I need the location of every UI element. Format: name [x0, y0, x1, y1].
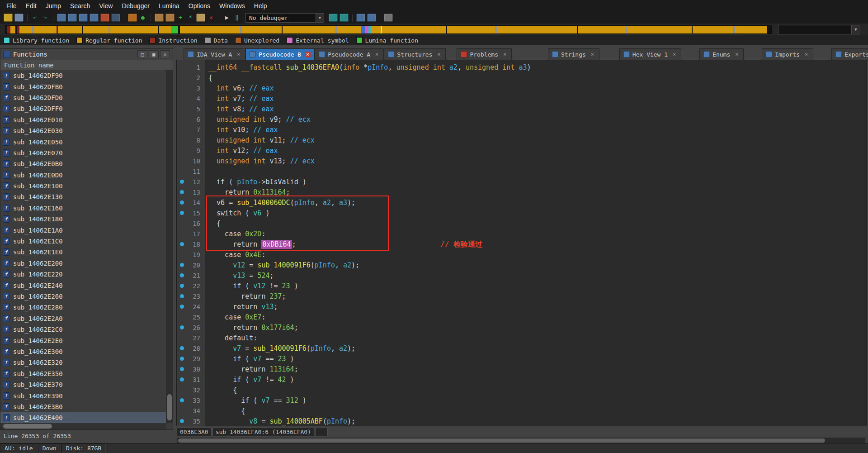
- panel-float-button[interactable]: ▣: [149, 50, 159, 58]
- code-text[interactable]: case 0x4E:: [205, 251, 265, 259]
- chevron-down-icon[interactable]: ▼: [851, 25, 860, 34]
- navband-range-combo[interactable]: ▼: [778, 25, 860, 34]
- breakpoint-dot[interactable]: [180, 263, 184, 267]
- function-row[interactable]: fsub_14062E300: [0, 346, 166, 357]
- function-row[interactable]: fsub_14062E010: [0, 114, 166, 125]
- code-text[interactable]: unsigned int v13; // ecx: [205, 157, 315, 165]
- chevron-down-icon[interactable]: ▼: [316, 14, 324, 22]
- breakpoint-dot[interactable]: [180, 273, 184, 277]
- start-debug-icon[interactable]: ▶: [223, 14, 231, 21]
- function-row[interactable]: fsub_14062E3B0: [0, 401, 166, 412]
- function-row[interactable]: fsub_14062E180: [0, 214, 166, 224]
- breakpoint-dot[interactable]: [180, 200, 184, 205]
- breakpoint-dot[interactable]: [180, 190, 184, 194]
- code-text[interactable]: case 0xE7:: [205, 313, 265, 321]
- function-row[interactable]: fsub_14062E030: [0, 125, 166, 136]
- code-text[interactable]: if ( pInfo->bIsValid ): [205, 178, 307, 186]
- function-row[interactable]: fsub_14062E1C0: [0, 236, 166, 247]
- panel-restore-button[interactable]: □: [137, 50, 147, 58]
- close-icon[interactable]: ×: [236, 52, 241, 57]
- code-text[interactable]: v12 = sub_1400091F6(pInfo, a2);: [205, 261, 359, 269]
- function-row[interactable]: fsub_14062E0D0: [0, 170, 166, 181]
- navigate-forward-icon[interactable]: →: [41, 14, 49, 21]
- breakpoint-dot[interactable]: [180, 377, 184, 381]
- code-text[interactable]: {: [205, 386, 237, 394]
- function-row[interactable]: fsub_14062E1A0: [0, 224, 166, 235]
- menu-search[interactable]: Search: [66, 0, 94, 12]
- code-text[interactable]: if ( v12 != 23 ): [205, 282, 298, 290]
- function-row[interactable]: fsub_14062E1E0: [0, 247, 166, 257]
- code-text[interactable]: if ( v7 == 312 ): [205, 396, 307, 405]
- cancel-icon[interactable]: ×: [207, 14, 215, 21]
- scripts-icon[interactable]: [384, 14, 393, 22]
- tab-enums[interactable]: Enums×: [699, 48, 744, 60]
- function-row[interactable]: fsub_14062E350: [0, 368, 166, 379]
- open-file-icon[interactable]: [4, 14, 13, 22]
- menu-edit[interactable]: Edit: [21, 0, 41, 12]
- menu-debugger[interactable]: Debugger: [117, 0, 154, 12]
- functions-vertical-scrollbar[interactable]: [166, 70, 173, 423]
- breakpoint-dot[interactable]: [180, 305, 184, 309]
- code-text[interactable]: return 0x113i64;: [205, 188, 290, 196]
- open-names-icon[interactable]: [68, 14, 77, 22]
- menu-file[interactable]: File: [2, 0, 21, 12]
- code-text[interactable]: int v8; // eax: [205, 105, 274, 113]
- code-text[interactable]: int v6; // eax: [205, 84, 274, 92]
- code-text[interactable]: {: [205, 74, 212, 82]
- tab-exports[interactable]: Exports×: [831, 48, 868, 60]
- code-text[interactable]: switch ( v6 ): [205, 209, 269, 217]
- code-text[interactable]: int v7; // eax: [205, 95, 274, 103]
- menu-lumina[interactable]: Lumina: [154, 0, 184, 12]
- scrollbar-thumb[interactable]: [178, 439, 825, 443]
- breakpoint-dot[interactable]: [180, 346, 184, 350]
- breakpoint-dot[interactable]: [180, 367, 184, 371]
- code-text[interactable]: return v13;: [205, 303, 278, 311]
- function-row[interactable]: fsub_14062E0B0: [0, 158, 166, 169]
- function-row[interactable]: fsub_14062DF90: [0, 70, 166, 81]
- scrollbar-thumb[interactable]: [167, 394, 172, 420]
- menu-help[interactable]: Help: [250, 0, 272, 12]
- tab-strings[interactable]: Strings×: [548, 48, 599, 60]
- open-functions-icon[interactable]: [79, 14, 88, 22]
- function-row[interactable]: fsub_14062E200: [0, 258, 166, 269]
- breakpoint-dot[interactable]: [180, 419, 184, 423]
- create-struct-icon[interactable]: [155, 14, 164, 22]
- code-text[interactable]: if ( v7 == 23 ): [205, 355, 294, 363]
- function-row[interactable]: fsub_14062E370: [0, 379, 166, 390]
- code-text[interactable]: unsigned int v11; // ecx: [205, 136, 315, 144]
- function-row[interactable]: fsub_14062DFF0: [0, 103, 166, 114]
- attach-process-icon[interactable]: [329, 14, 338, 22]
- navigation-band[interactable]: [5, 25, 772, 34]
- close-icon[interactable]: ×: [590, 52, 595, 57]
- breakpoint-dot[interactable]: [180, 211, 184, 215]
- open-subview-icon[interactable]: [57, 14, 66, 22]
- add-type-icon[interactable]: +: [176, 14, 184, 21]
- panel-close-button[interactable]: ×: [160, 50, 170, 58]
- breakpoint-dot[interactable]: [180, 398, 184, 402]
- function-name-column-header[interactable]: Function name: [0, 60, 173, 71]
- navband-tool-icon[interactable]: [128, 14, 137, 22]
- menu-view[interactable]: View: [94, 0, 117, 12]
- close-icon[interactable]: ×: [734, 52, 740, 57]
- close-icon[interactable]: ×: [374, 52, 380, 57]
- code-text[interactable]: return 0xDBi64;: [205, 240, 296, 248]
- function-row[interactable]: fsub_14062DFD0: [0, 92, 166, 103]
- functions-horizontal-scrollbar[interactable]: [0, 423, 166, 429]
- function-row[interactable]: fsub_14062E280: [0, 302, 166, 313]
- tab-hex-view-1[interactable]: Hex View-1×: [619, 48, 681, 60]
- code-text[interactable]: v7 = sub_1400091F6(pInfo, a2);: [205, 344, 355, 353]
- navigate-back-icon[interactable]: ←: [31, 14, 39, 21]
- code-text[interactable]: __int64 __fastcall sub_14036EFA0(info *p…: [205, 63, 531, 72]
- code-text[interactable]: return 237;: [205, 292, 286, 300]
- detach-process-icon[interactable]: [340, 14, 349, 22]
- tab-pseudocode-a[interactable]: Pseudocode-A×: [315, 48, 384, 60]
- create-enum-icon[interactable]: [165, 14, 175, 22]
- code-text[interactable]: v13 = 524;: [205, 272, 274, 280]
- menu-windows[interactable]: Windows: [215, 0, 250, 12]
- close-icon[interactable]: ×: [803, 52, 809, 57]
- code-text[interactable]: unsigned int v9; // ecx: [205, 115, 311, 124]
- tab-imports[interactable]: Imports×: [762, 48, 813, 60]
- debugger-combo[interactable]: No debugger▼: [245, 13, 324, 23]
- tab-pseudocode-b[interactable]: Pseudocode-B×: [245, 48, 315, 60]
- edit-icon[interactable]: [196, 14, 205, 22]
